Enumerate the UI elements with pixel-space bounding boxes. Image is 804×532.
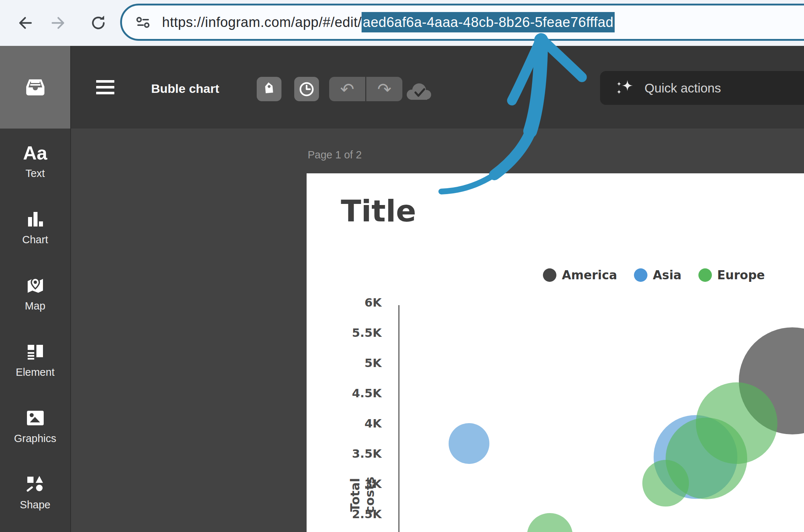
sidebar-item-label: Element xyxy=(0,366,70,378)
y-axis-tick: 5K xyxy=(307,356,382,371)
legend-dot xyxy=(634,268,647,282)
sidebar-item-label: Chart xyxy=(0,234,70,246)
sidebar-item-label: Graphics xyxy=(0,433,70,445)
legend-label: Europe xyxy=(717,268,765,282)
forward-icon[interactable] xyxy=(50,14,68,32)
sidebar-item-graphics[interactable]: Graphics xyxy=(0,406,70,461)
sidebar-item-label: Text xyxy=(0,168,70,180)
bubble-europe[interactable] xyxy=(527,513,573,532)
bubble-asia[interactable] xyxy=(449,423,489,464)
projects-tray-icon xyxy=(25,79,45,96)
history-button[interactable] xyxy=(294,77,319,101)
sidebar-item-map[interactable]: Map xyxy=(0,274,70,328)
page-indicator: Page 1 of 2 xyxy=(308,149,362,161)
undo-icon: ↶ xyxy=(340,81,354,98)
shape-icon xyxy=(0,473,70,496)
url-selected-id: aed6af6a-4aaa-48cb-8b26-5feae76fffad xyxy=(362,12,615,32)
editor-workspace: Page 1 of 2 Title AmericaAsiaEurope 6K5.… xyxy=(72,129,804,532)
sidebar-item-label: Map xyxy=(0,300,70,312)
sparkles-icon xyxy=(615,79,634,98)
design-canvas[interactable]: Title AmericaAsiaEurope 6K5.5K5K4.5K4K3.… xyxy=(307,173,804,532)
y-axis-tick: 4.5K xyxy=(307,386,382,401)
url-text[interactable]: https://infogram.com/app/#/edit/aed6af6a… xyxy=(162,15,615,30)
tags-button[interactable] xyxy=(257,77,281,101)
sidebar-item-text[interactable]: AaText xyxy=(0,141,70,196)
text-icon: Aa xyxy=(0,141,70,165)
y-axis-line xyxy=(398,305,399,532)
sidebar-item-label: Shape xyxy=(0,499,70,511)
tag-icon xyxy=(261,82,277,97)
sidebar-item-shape[interactable]: Shape xyxy=(0,473,70,527)
left-sidebar: AaTextChartMapElementGraphicsShape xyxy=(0,46,71,532)
legend-label: America xyxy=(562,268,617,282)
url-prefix: https://infogram.com/app/#/edit/ xyxy=(162,15,362,30)
element-icon xyxy=(0,340,70,363)
redo-icon: ↷ xyxy=(377,81,391,98)
chart-legend: AmericaAsiaEurope xyxy=(543,268,765,282)
address-bar[interactable]: https://infogram.com/app/#/edit/aed6af6a… xyxy=(120,4,804,41)
clock-icon xyxy=(299,81,315,97)
site-settings-icon[interactable] xyxy=(135,14,151,30)
y-axis-tick: 6K xyxy=(307,296,382,310)
infogram-editor-window: https://infogram.com/app/#/edit/aed6af6a… xyxy=(0,0,804,532)
legend-item-america[interactable]: America xyxy=(543,268,617,282)
legend-item-asia[interactable]: Asia xyxy=(634,268,682,282)
y-axis-tick: 5.5K xyxy=(307,326,382,340)
legend-label: Asia xyxy=(653,268,682,282)
project-title[interactable]: Buble chart xyxy=(151,82,219,96)
chart-icon xyxy=(0,208,70,231)
graphics-icon xyxy=(0,406,70,430)
saved-cloud-icon xyxy=(405,82,433,102)
sidebar-item-element[interactable]: Element xyxy=(0,340,70,395)
editor-toolbar: Buble chart ↶ ↷ xyxy=(0,46,804,129)
redo-button[interactable]: ↷ xyxy=(366,77,402,101)
quick-actions-label: Quick actions xyxy=(645,81,721,95)
legend-dot xyxy=(543,268,556,282)
back-icon[interactable] xyxy=(16,14,33,32)
quick-actions-button[interactable]: Quick actions xyxy=(600,71,804,105)
map-icon xyxy=(0,274,70,297)
reload-icon[interactable] xyxy=(90,14,107,32)
sidebar-item-chart[interactable]: Chart xyxy=(0,208,70,262)
bubble-europe[interactable] xyxy=(642,460,689,507)
menu-button[interactable] xyxy=(96,80,114,94)
sidebar-item-projects[interactable] xyxy=(0,46,70,129)
y-axis-tick: 3.5K xyxy=(307,447,382,461)
undo-button[interactable]: ↶ xyxy=(329,77,365,101)
y-axis-tick: 4K xyxy=(307,417,382,431)
y-axis-title: Total costs xyxy=(348,460,362,529)
chart-title[interactable]: Title xyxy=(341,194,416,228)
legend-dot xyxy=(698,268,712,282)
browser-toolbar: https://infogram.com/app/#/edit/aed6af6a… xyxy=(0,0,804,46)
legend-item-europe[interactable]: Europe xyxy=(698,268,765,282)
